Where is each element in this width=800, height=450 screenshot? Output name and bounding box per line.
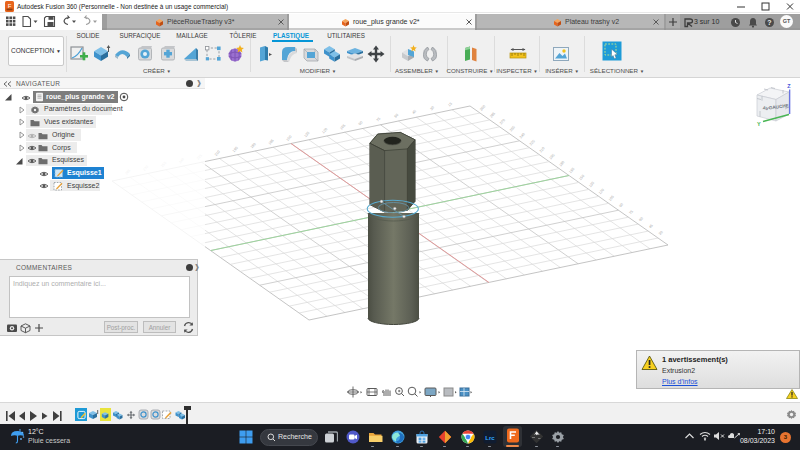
svg-text:F: F (8, 3, 12, 9)
svg-text:90: 90 (619, 203, 625, 209)
svg-text:105: 105 (608, 195, 615, 202)
svg-text:195: 195 (549, 153, 556, 160)
svg-text:150: 150 (286, 135, 293, 142)
svg-text:210: 210 (214, 150, 221, 157)
svg-text:90: 90 (358, 120, 364, 126)
svg-text:45: 45 (412, 109, 418, 115)
svg-text:Y: Y (757, 121, 761, 127)
svg-text:30: 30 (658, 230, 664, 236)
svg-text:240: 240 (519, 132, 526, 139)
svg-text:165: 165 (268, 138, 275, 145)
svg-text:75: 75 (628, 210, 634, 216)
svg-text:15: 15 (447, 102, 453, 108)
svg-text:75: 75 (376, 117, 382, 123)
svg-text:255: 255 (509, 125, 516, 132)
svg-text:60: 60 (394, 113, 400, 119)
svg-text:105: 105 (339, 123, 346, 130)
svg-text:285: 285 (489, 111, 496, 118)
svg-text:270: 270 (499, 118, 506, 125)
svg-text:225: 225 (529, 139, 536, 146)
svg-text:180: 180 (558, 160, 565, 167)
svg-text:120: 120 (598, 188, 605, 195)
svg-text:135: 135 (303, 131, 310, 138)
svg-text:195: 195 (232, 146, 239, 153)
svg-text:?: ? (767, 19, 771, 26)
svg-text:210: 210 (539, 146, 546, 153)
svg-text:300: 300 (479, 105, 486, 112)
svg-text:45: 45 (648, 223, 654, 229)
svg-text:180: 180 (250, 142, 257, 149)
svg-text:30: 30 (429, 105, 435, 111)
svg-text:120: 120 (321, 127, 328, 134)
svg-text:Lrc: Lrc (485, 435, 495, 441)
svg-text:135: 135 (588, 181, 595, 188)
svg-text:165: 165 (568, 167, 575, 174)
svg-text:150: 150 (578, 174, 585, 181)
svg-text:60: 60 (638, 216, 644, 222)
svg-text:Z: Z (787, 83, 791, 89)
